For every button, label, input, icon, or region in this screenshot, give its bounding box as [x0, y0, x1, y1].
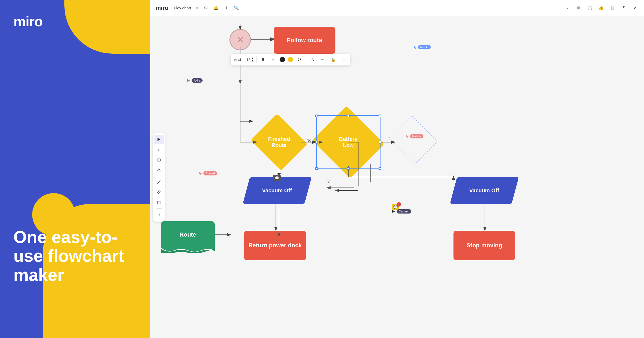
- svg-rect-11: [157, 159, 160, 161]
- more-options-button[interactable]: ···: [339, 56, 347, 63]
- pen-tool[interactable]: [154, 188, 164, 197]
- follow-route-node[interactable]: Follow route: [274, 27, 335, 54]
- no-label: No: [306, 138, 311, 142]
- flowchart-connectors: [150, 16, 644, 338]
- topbar-logo: miro: [156, 5, 169, 12]
- table-icon[interactable]: ▤: [575, 4, 582, 12]
- bold-button[interactable]: B: [259, 56, 267, 63]
- link-button[interactable]: ⛓: [296, 56, 303, 63]
- connectors-svg: [150, 16, 644, 338]
- color-circle-yellow[interactable]: [288, 57, 293, 62]
- topbar-title: Flowchart: [174, 6, 191, 10]
- cursor-arrow-akira: [187, 79, 191, 82]
- crop-tool[interactable]: [154, 198, 164, 207]
- svg-text:T: T: [157, 148, 159, 152]
- dashed-diamond-placeholder: [389, 115, 438, 164]
- return-power-dock-node[interactable]: Return power dock: [244, 231, 306, 260]
- handle-bottom[interactable]: [347, 167, 350, 170]
- text-tool[interactable]: T: [154, 145, 164, 155]
- polygon-tool[interactable]: [154, 165, 164, 175]
- canvas-area[interactable]: T › › Arial: [150, 16, 644, 338]
- handle-bl[interactable]: [315, 167, 318, 170]
- color-circle-black[interactable]: [280, 57, 285, 62]
- stop-moving-label: Stop moving: [466, 242, 502, 249]
- vacuum-off-left-label: Vacuum Off: [262, 188, 292, 194]
- font-size[interactable]: 18 ▲▼: [247, 57, 254, 62]
- handle-br[interactable]: [379, 167, 381, 170]
- cursor-carmen: Carmen: [392, 209, 411, 214]
- comment-icon: 💬: [273, 175, 281, 181]
- battery-low-selection: [316, 115, 380, 169]
- miro-logo: miro: [13, 13, 43, 30]
- svg-marker-12: [157, 168, 160, 171]
- return-power-dock-label: Return power dock: [248, 242, 302, 249]
- fmt-div-2: [256, 56, 257, 63]
- follow-route-label: Follow route: [287, 37, 322, 44]
- chevron-icon[interactable]: ›: [564, 4, 571, 12]
- fmt-div-1: [244, 56, 244, 63]
- tagline: One easy-to-use flowchart maker: [13, 228, 126, 284]
- comment-count: 2: [397, 202, 401, 207]
- left-panel: miro One easy-to-use flowchart maker: [0, 0, 150, 338]
- cursor-arrow-carmen: [392, 210, 396, 213]
- top-bar: miro Flowchart ✱ ⚙ 🔔 ⬆ 🔍 › ▤ ⬚ 👍 ⊡ ⏱ ∨: [150, 0, 644, 16]
- text-color-button[interactable]: A: [309, 56, 316, 63]
- thumb-up-icon[interactable]: 👍: [597, 4, 605, 12]
- cursor-arrow-nicole: [413, 45, 417, 49]
- circle-node[interactable]: ✕: [229, 29, 251, 50]
- clock-icon[interactable]: ⏱: [620, 4, 627, 12]
- search-icon[interactable]: 🔍: [233, 5, 240, 11]
- nicole-label: Nicole: [418, 45, 431, 49]
- toolbar-separator-1: [156, 176, 162, 176]
- stop-moving-node[interactable]: Stop moving: [453, 231, 515, 260]
- font-size-value: 18: [247, 58, 250, 62]
- bell-icon[interactable]: 🔔: [213, 5, 219, 11]
- lock-button[interactable]: 🔒: [329, 56, 337, 63]
- format-toolbar: Arial 18 ▲▼ B ≡ ⛓ A ✏ 🔒 ···: [231, 54, 350, 65]
- topbar-icons: ⚙ 🔔 ⬆ 🔍: [203, 5, 240, 11]
- topbar-right: › ▤ ⬚ 👍 ⊡ ⏱ ∨: [564, 4, 639, 12]
- share-icon[interactable]: ⬆: [223, 5, 229, 11]
- svg-rect-14: [158, 201, 160, 204]
- wave-svg: [161, 248, 215, 253]
- topbar-dot: ✱: [196, 6, 198, 10]
- vacuum-off-right-label: Vacuum Off: [469, 188, 499, 194]
- route-node[interactable]: Route: [161, 221, 215, 248]
- handle-tr[interactable]: [379, 115, 381, 117]
- shape-tool[interactable]: [154, 155, 164, 165]
- handle-left[interactable]: [315, 141, 318, 144]
- frame-icon[interactable]: ⊡: [609, 4, 616, 12]
- handle-right[interactable]: [379, 141, 381, 144]
- handle-tl[interactable]: [315, 115, 318, 117]
- screen-icon[interactable]: ⬚: [586, 4, 594, 12]
- yellow-top-decoration: [64, 0, 150, 54]
- settings-icon[interactable]: ⚙: [203, 5, 209, 11]
- cursor-ahmed: Ahmed: [199, 171, 217, 175]
- more-icon[interactable]: ∨: [631, 4, 639, 12]
- akira-label: Akira: [192, 78, 203, 83]
- toolbar-separator-2: [156, 208, 162, 209]
- font-selector[interactable]: Arial: [234, 58, 241, 62]
- comment-badge-vacuum[interactable]: 💬: [273, 175, 281, 181]
- vacuum-off-right-node[interactable]: Vacuum Off: [453, 177, 515, 204]
- natalie-label: Natalie: [410, 134, 423, 138]
- cursor-arrow-natalie: [405, 134, 409, 138]
- circle-x-icon: ✕: [237, 35, 244, 45]
- cursor-arrow-ahmed: [199, 171, 202, 175]
- finished-routs-label: FinishedRouts: [263, 136, 295, 148]
- more-tools[interactable]: › ›: [154, 210, 164, 219]
- right-panel: miro Flowchart ✱ ⚙ 🔔 ⬆ 🔍 › ▤ ⬚ 👍 ⊡ ⏱ ∨: [150, 0, 644, 338]
- yes-label: Yes: [327, 180, 334, 184]
- left-toolbar: T › ›: [153, 133, 165, 222]
- handle-top[interactable]: [347, 115, 350, 117]
- align-button[interactable]: ≡: [269, 56, 277, 63]
- finished-routs-node[interactable]: FinishedRouts: [252, 121, 306, 164]
- line-tool[interactable]: [154, 177, 164, 187]
- vacuum-off-left-node[interactable]: Vacuum Off: [246, 177, 308, 204]
- svg-line-13: [157, 181, 160, 184]
- carmen-label: Carmen: [397, 209, 411, 214]
- fmt-div-3: [306, 56, 306, 63]
- cursor-tool[interactable]: [154, 135, 164, 144]
- highlight-button[interactable]: ✏: [319, 56, 327, 63]
- ahmed-label: Ahmed: [203, 171, 217, 175]
